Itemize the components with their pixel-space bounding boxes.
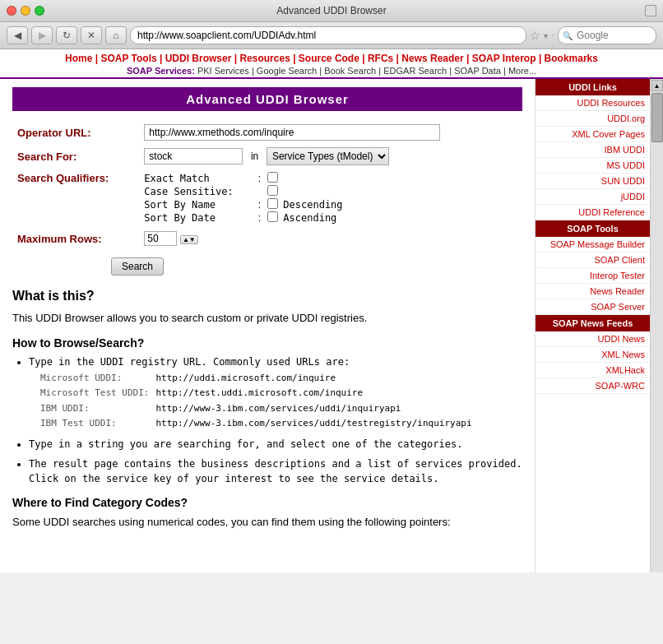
sidebar-link-xml-news[interactable]: XML News (536, 347, 650, 363)
operator-input-cell (139, 121, 522, 144)
nav-soap-interop[interactable]: SOAP Interop (472, 53, 536, 64)
sidebar-link-interop-tester[interactable]: Interop Tester (536, 268, 650, 284)
sidebar-link-soap-message[interactable]: SOAP Message Builder (536, 237, 650, 253)
nav-uddi-browser[interactable]: UDDI Browser (165, 53, 232, 64)
forward-button[interactable]: ▶ (31, 26, 53, 44)
colon-1: : (251, 172, 267, 185)
uddi-label-1: Microsoft UDDI: (37, 371, 152, 387)
right-sidebar: UDDI Links UDDI Resources UDDI.org XML C… (535, 79, 650, 572)
sidebar-link-xml-cover[interactable]: XML Cover Pages (536, 127, 650, 142)
sort-by-name-checkbox[interactable] (267, 198, 278, 209)
search-icon: 🔍 (563, 31, 573, 40)
exact-match-label: Exact Match (144, 172, 251, 185)
operator-label: Operator URL: (12, 121, 139, 144)
scrollbar-thumb[interactable] (651, 93, 663, 142)
service-type-select[interactable]: Service Types (tModel) (267, 147, 389, 165)
nav-source-code[interactable]: Source Code (299, 53, 359, 64)
sub-nav-google[interactable]: Google Search (257, 66, 317, 76)
colon-3: : (251, 198, 267, 211)
sub-nav-more[interactable]: More... (508, 66, 536, 76)
search-input[interactable] (144, 148, 243, 164)
sidebar-link-uddi-news[interactable]: UDDI News (536, 331, 650, 347)
main-container: Advanced UDDI Browser Operator URL: Sear… (0, 79, 663, 572)
colon-2 (251, 185, 267, 198)
sidebar-link-xmlhack[interactable]: XMLHack (536, 363, 650, 378)
sidebar-link-ms-uddi[interactable]: MS UDDI (536, 158, 650, 174)
bullet-1: Type in the UDDI registry URL. Commonly … (29, 354, 522, 432)
main-nav: Home | SOAP Tools | UDDI Browser | Resou… (0, 53, 663, 64)
uddi-url-row-1: Microsoft UDDI: http://uddi.microsoft.co… (37, 371, 475, 387)
sidebar-link-soap-server[interactable]: SOAP Server (536, 299, 650, 315)
uddi-urls-table: Microsoft UDDI: http://uddi.microsoft.co… (37, 371, 475, 432)
nav-news-reader[interactable]: News Reader (401, 53, 463, 64)
operator-url-input[interactable] (144, 124, 440, 141)
info-section: What is this? This UDDI Browser allows y… (12, 289, 522, 530)
refresh-button[interactable]: ↻ (56, 26, 77, 44)
uddi-label-4: IBM Test UDDI: (37, 416, 152, 432)
search-form: Operator URL: Search For: in Service Typ… (12, 121, 522, 249)
sub-nav-book[interactable]: Book Search (324, 66, 376, 76)
dropdown-icon[interactable]: ▾ (544, 31, 548, 40)
nav-home[interactable]: Home (65, 53, 92, 64)
sub-nav-edgar[interactable]: EDGAR Search (383, 66, 447, 76)
sub-nav-soap-data[interactable]: SOAP Data (454, 66, 501, 76)
qualifiers-label: Search Qualifiers: (12, 169, 139, 228)
search-button-container: Search (111, 257, 522, 276)
sidebar-link-juddi[interactable]: jUDDI (536, 189, 650, 205)
maximize-button[interactable] (35, 6, 44, 16)
nav-bar: Home | SOAP Tools | UDDI Browser | Resou… (0, 49, 663, 79)
nav-bookmarks[interactable]: Bookmarks (545, 53, 598, 64)
scrollbar-up-arrow[interactable]: ▲ (651, 80, 663, 91)
sidebar-link-soap-wrc[interactable]: SOAP-WRC (536, 378, 650, 394)
ascending-label: Ascending (278, 211, 342, 225)
search-for-cell: in Service Types (tModel) (139, 144, 522, 169)
back-button[interactable]: ◀ (7, 26, 28, 44)
sort-by-date-checkbox[interactable] (267, 211, 278, 222)
separator: · (551, 28, 554, 43)
search-button[interactable]: Search (111, 257, 164, 276)
nav-rfcs[interactable]: RFCs (368, 53, 393, 64)
sidebar-link-uddi-reference[interactable]: UDDI Reference (536, 205, 650, 220)
stop-button[interactable]: ✕ (81, 26, 102, 44)
colon-4: : (251, 211, 267, 225)
sidebar-link-sun-uddi[interactable]: SUN UDDI (536, 174, 650, 189)
what-is-this-heading: What is this? (12, 289, 522, 303)
qualifiers-cell: Exact Match : Case Sensitive: S (139, 169, 522, 228)
max-rows-spinner[interactable]: ▲▼ (180, 235, 198, 244)
close-button[interactable] (7, 6, 16, 16)
minimize-button[interactable] (21, 6, 30, 16)
bullet-3: The result page contains the business de… (29, 456, 522, 486)
max-rows-cell: ▲▼ (139, 228, 522, 249)
bookmark-icon[interactable]: ☆ (530, 29, 540, 42)
uddi-label-3: IBM UDDI: (37, 401, 152, 417)
nav-soap-tools[interactable]: SOAP Tools (100, 53, 156, 64)
case-sensitive-label: Case Sensitive: (144, 185, 251, 198)
sidebar-link-news-reader[interactable]: News Reader (536, 284, 650, 299)
scrollbar-track[interactable]: ▲ (650, 79, 663, 572)
resize-icon (645, 5, 656, 16)
uddi-url-4: http://www-3.ibm.com/services/uddi/testr… (152, 416, 475, 432)
sub-nav-pki[interactable]: PKI Services (197, 66, 249, 76)
page-title-bar: Advanced UDDI Browser (12, 87, 522, 111)
soap-news-feeds-title: SOAP News Feeds (536, 315, 650, 331)
soap-tools-title: SOAP Tools (536, 220, 650, 237)
exact-match-checkbox[interactable] (267, 172, 278, 183)
sep4: | (293, 53, 299, 64)
case-sensitive-checkbox[interactable] (267, 185, 278, 196)
sidebar-link-soap-client[interactable]: SOAP Client (536, 253, 650, 268)
sidebar-link-uddi-resources[interactable]: UDDI Resources (536, 95, 650, 111)
browser-search-input[interactable] (558, 26, 656, 44)
home-button[interactable]: ⌂ (105, 26, 127, 44)
url-input[interactable] (130, 26, 526, 44)
sidebar-link-ibm-uddi[interactable]: IBM UDDI (536, 142, 650, 158)
sub-nav: SOAP Services: PKI Services | Google Sea… (0, 66, 663, 76)
uddi-url-row-3: IBM UDDI: http://www-3.ibm.com/services/… (37, 401, 475, 417)
nav-resources[interactable]: Resources (239, 53, 290, 64)
traffic-lights (7, 6, 44, 16)
where-to-find-text: Some UDDI searches using numerical codes… (12, 514, 522, 530)
sidebar-link-uddi-org[interactable]: UDDI.org (536, 111, 650, 127)
sep7: | (466, 53, 472, 64)
max-rows-input[interactable] (144, 231, 177, 246)
uddi-url-2: http://test.uddi.microsoft.com/inquire (152, 386, 475, 401)
how-to-browse-list: Type in the UDDI registry URL. Commonly … (29, 354, 522, 486)
